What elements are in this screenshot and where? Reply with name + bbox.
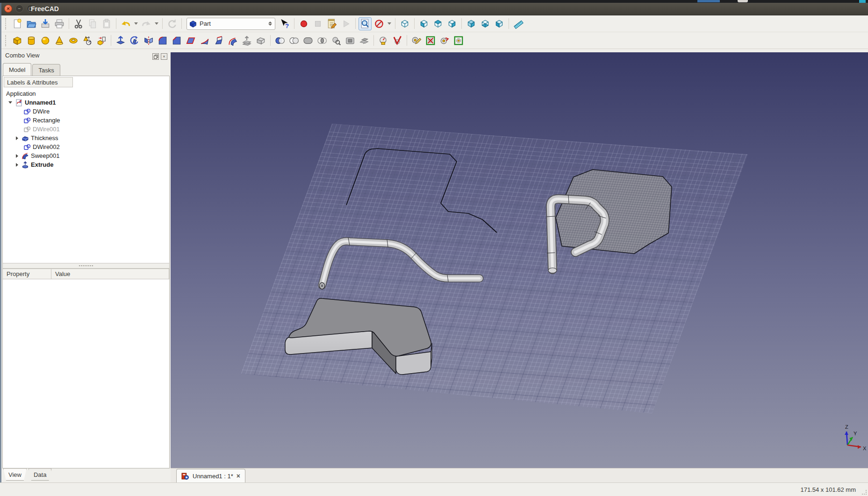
offset-button[interactable]: [240, 34, 253, 47]
measure-angular-button[interactable]: [424, 34, 437, 47]
measure-distance-button[interactable]: [512, 17, 525, 30]
cut-button[interactable]: [72, 17, 85, 30]
document-tab-close-icon[interactable]: ×: [237, 472, 240, 480]
primitives-icon: [82, 35, 93, 46]
dock-close-button[interactable]: ×: [161, 53, 167, 60]
draw-style-button[interactable]: [373, 17, 386, 30]
tree-column-header[interactable]: Labels & Attributes: [4, 77, 73, 87]
measure-linear-button[interactable]: [410, 34, 423, 47]
workbench-selector[interactable]: Part: [187, 18, 275, 30]
tab-tasks[interactable]: Tasks: [32, 64, 60, 76]
resize-grip[interactable]: [862, 490, 867, 495]
union-button[interactable]: [301, 34, 315, 47]
tree-item-thickness[interactable]: Thickness: [3, 134, 169, 142]
create-primitives-button[interactable]: [81, 34, 94, 47]
check-geometry-button[interactable]: [377, 34, 390, 47]
print-button[interactable]: [53, 17, 66, 30]
property-table-body[interactable]: [3, 279, 169, 468]
macro-stop-button[interactable]: [311, 17, 324, 30]
sweep-icon: [22, 152, 29, 160]
tree-item-dwire001[interactable]: DWire001: [3, 125, 169, 134]
expand-arrow-icon[interactable]: [16, 163, 18, 167]
tab-model[interactable]: Model: [3, 63, 31, 76]
sphere-icon: [40, 35, 50, 46]
view-rear-button[interactable]: [465, 17, 478, 30]
chamfer-button[interactable]: [170, 34, 183, 47]
undo-dropdown[interactable]: [133, 18, 139, 30]
macro-record-button[interactable]: [297, 17, 310, 30]
fillet-button[interactable]: [156, 34, 169, 47]
toolbar-drag-handle[interactable]: [5, 35, 8, 46]
view-front-button[interactable]: [417, 17, 430, 30]
sweep-button[interactable]: [226, 34, 239, 47]
view-bottom-button[interactable]: [479, 17, 492, 30]
copy-button[interactable]: [86, 17, 99, 30]
redo-button[interactable]: [140, 17, 153, 30]
loft-button[interactable]: [212, 34, 225, 47]
boolean-button[interactable]: [273, 34, 287, 47]
tab-data[interactable]: Data: [29, 468, 51, 481]
cylinder-button[interactable]: [25, 34, 38, 47]
open-document-button[interactable]: [25, 17, 38, 30]
defeaturing-button[interactable]: [391, 34, 404, 47]
measure-toggle-button[interactable]: [452, 34, 465, 47]
view-left-button[interactable]: [493, 17, 506, 30]
embed-button[interactable]: [344, 34, 357, 47]
new-document-button[interactable]: [11, 17, 24, 30]
collapse-arrow-icon[interactable]: [8, 101, 12, 104]
toolbar-drag-handle[interactable]: [5, 18, 8, 29]
torus-button[interactable]: [67, 34, 80, 47]
whats-this-button[interactable]: ?: [278, 17, 291, 30]
tree-item-document[interactable]: Unnamed1: [3, 98, 169, 107]
dock-float-button[interactable]: [152, 53, 159, 60]
close-button[interactable]: ×: [4, 5, 12, 13]
make-face-button[interactable]: [184, 34, 197, 47]
tree-item-extrude[interactable]: Extrude: [3, 160, 169, 169]
tree-item-dwire002[interactable]: DWire002: [3, 142, 169, 151]
ruled-surface-button[interactable]: [198, 34, 211, 47]
mirror-button[interactable]: [142, 34, 155, 47]
axonometric-cube-icon: [400, 19, 410, 29]
tree-item-dwire[interactable]: DWire: [3, 107, 169, 116]
expand-arrow-icon[interactable]: [16, 154, 18, 158]
boolean-cut-button[interactable]: [287, 34, 301, 47]
minimize-button[interactable]: −: [15, 5, 23, 13]
property-column-header[interactable]: Property: [3, 269, 51, 279]
3d-viewport[interactable]: Z Y X: [171, 52, 868, 468]
dock-title: Combo View: [5, 52, 39, 59]
tree-item-application[interactable]: Application: [3, 89, 169, 98]
value-column-header[interactable]: Value: [51, 269, 169, 279]
panel-splitter[interactable]: [3, 263, 169, 269]
paste-button[interactable]: [100, 17, 113, 30]
measure-refresh-button[interactable]: [438, 34, 451, 47]
view-right-button[interactable]: [445, 17, 459, 30]
macro-edit-button[interactable]: [325, 17, 338, 30]
cutout-button[interactable]: [358, 34, 371, 47]
refresh-button[interactable]: [165, 17, 179, 30]
tree-item-rectangle[interactable]: Rectangle: [3, 116, 169, 125]
macro-play-button[interactable]: [339, 17, 352, 30]
sphere-button[interactable]: [39, 34, 52, 47]
view-axonometric-button[interactable]: [398, 17, 411, 30]
tree-item-sweep001[interactable]: Sweep001: [3, 151, 169, 160]
undo-button[interactable]: [119, 17, 132, 30]
fit-all-button[interactable]: [359, 17, 372, 30]
shape-builder-button[interactable]: [95, 34, 108, 47]
thickness-button[interactable]: [254, 34, 267, 47]
box-button[interactable]: [11, 34, 24, 47]
cone-button[interactable]: [53, 34, 66, 47]
float-icon: [154, 55, 158, 59]
view-top-button[interactable]: [431, 17, 445, 30]
expand-arrow-icon[interactable]: [16, 136, 18, 140]
save-document-button[interactable]: [39, 17, 52, 30]
workbench-spinner[interactable]: [268, 21, 273, 26]
revolve-button[interactable]: [128, 34, 141, 47]
intersection-button[interactable]: [316, 34, 329, 47]
connect-button[interactable]: [330, 34, 343, 47]
draw-style-dropdown[interactable]: [387, 18, 392, 30]
extrude-button[interactable]: [114, 34, 127, 47]
tab-view[interactable]: View: [3, 468, 27, 481]
redo-dropdown[interactable]: [154, 18, 159, 30]
tree-item-label: Extrude: [31, 161, 53, 168]
document-tab[interactable]: Unnamed1 : 1* ×: [176, 469, 245, 482]
